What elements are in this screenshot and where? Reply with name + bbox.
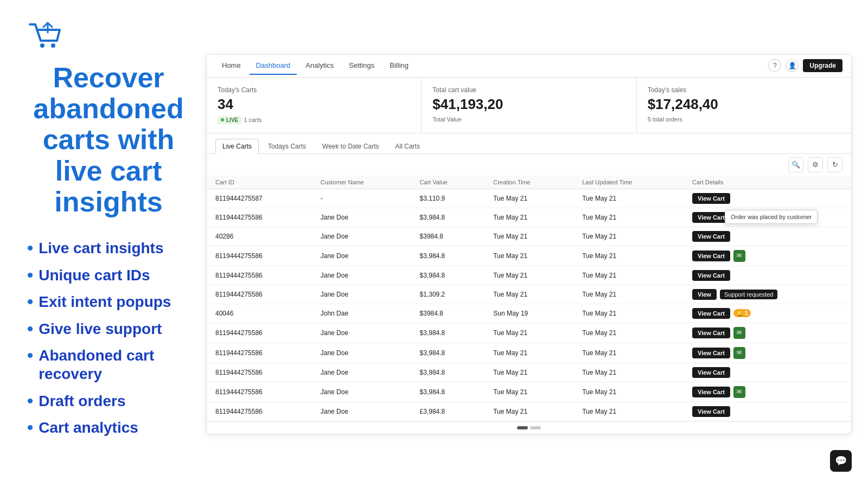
stat-value: 34 <box>218 96 410 113</box>
help-icon[interactable]: ? <box>768 59 781 72</box>
cart-details: View Cart <box>684 189 851 208</box>
cart-id: 40286 <box>207 227 312 246</box>
creation-time: Tue May 21 <box>484 363 573 382</box>
dashboard-container: HomeDashboardAnalyticsSettingsBilling ? … <box>206 54 852 434</box>
cart-id: 8119444275586 <box>207 382 312 402</box>
view-cart-button[interactable]: View Cart <box>692 348 730 358</box>
stat-label: Total cart value <box>432 86 625 94</box>
table-row: 40286 Jane Doe $3984.8 Tue May 21 Tue Ma… <box>207 227 851 246</box>
green-action-icon[interactable]: ✉ <box>733 347 745 359</box>
view-cart-button[interactable]: View <box>692 289 717 300</box>
green-action-icon[interactable]: ✉ <box>733 327 745 339</box>
last-updated-time: Tue May 21 <box>573 343 684 363</box>
creation-time: Tue May 21 <box>484 208 573 227</box>
cart-value: $3,984.8 <box>411 363 485 382</box>
creation-time: Tue May 21 <box>484 266 573 285</box>
creation-time: Tue May 21 <box>484 285 573 304</box>
table-row: 40046 John Dae $3984.8 Sun May 19 Tue Ma… <box>207 304 851 323</box>
view-cart-button[interactable]: View Cart <box>692 367 730 378</box>
cart-value: $3,984.8 <box>411 266 485 285</box>
last-updated-time: Tue May 21 <box>573 189 684 208</box>
data-table: Cart IDCustomer NameCart ValueCreation T… <box>207 176 851 421</box>
green-action-icon[interactable]: ✉ <box>733 386 745 398</box>
creation-time: Tue May 21 <box>484 402 573 421</box>
scroll-dots <box>517 426 541 429</box>
col-header-customer-name: Customer Name <box>312 176 411 189</box>
customer-name: Jane Doe <box>312 323 411 343</box>
dashboard-nav: HomeDashboardAnalyticsSettingsBilling ? … <box>207 55 851 78</box>
creation-time: Tue May 21 <box>484 382 573 402</box>
last-updated-time: Tue May 21 <box>573 363 684 382</box>
last-updated-time: Tue May 21 <box>573 208 684 227</box>
tab-week-to-date-carts[interactable]: Week to Date Carts <box>315 139 386 154</box>
cart-details-cell: View Cart ✉ <box>692 386 843 398</box>
cart-details-cell: View Cart <box>692 193 843 204</box>
col-header-cart-id: Cart ID <box>207 176 312 189</box>
nav-link-settings[interactable]: Settings <box>342 57 381 75</box>
hero-title: Recover abandoned carts with live cart i… <box>27 62 190 217</box>
customer-name: Jane Doe <box>312 246 411 266</box>
last-updated-time: Tue May 21 <box>573 304 684 323</box>
cart-id: 8119444275586 <box>207 323 312 343</box>
chat-bubble[interactable]: 💬 <box>830 450 852 472</box>
cart-details: View Cart <box>684 227 851 246</box>
tab-todays-carts[interactable]: Todays Carts <box>261 139 313 154</box>
cart-value: $3,984.8 <box>411 382 485 402</box>
col-header-creation-time: Creation Time <box>484 176 573 189</box>
nav-link-analytics[interactable]: Analytics <box>299 57 340 75</box>
view-cart-button[interactable]: View Cart <box>692 251 730 261</box>
cart-id: 8119444275586 <box>207 246 312 266</box>
creation-time: Tue May 21 <box>484 227 573 246</box>
cart-id: 8119444275586 <box>207 266 312 285</box>
table-toolbar: 🔍 ⚙ ↻ <box>207 154 851 176</box>
view-cart-button[interactable]: View Cart <box>692 406 730 417</box>
view-cart-button[interactable]: View Cart <box>692 387 730 397</box>
cart-value: $3,984.8 <box>411 343 485 363</box>
stat-value: $41,193,20 <box>432 96 625 113</box>
customer-name: Jane Doe <box>312 402 411 421</box>
col-header-last-updated-time: Last Updated Time <box>573 176 684 189</box>
stat-sub: Total Value <box>432 116 625 123</box>
view-cart-button[interactable]: View Cart <box>692 308 730 319</box>
stat-sub: LIVE 1 carts <box>218 116 410 124</box>
table-row: 8119444275586 Jane Doe $3,984.8 Tue May … <box>207 382 851 402</box>
cart-details-cell: View Cart ✉ <box>692 250 843 262</box>
cart-id: 8119444275587 <box>207 189 312 208</box>
nav-link-home[interactable]: Home <box>215 57 247 75</box>
search-icon[interactable]: 🔍 <box>788 157 803 172</box>
view-cart-button[interactable]: View Cart <box>692 193 730 204</box>
feature-list: Live cart insightsUnique cart IDsExit in… <box>27 239 190 446</box>
tab-all-carts[interactable]: All Carts <box>388 139 427 154</box>
nav-link-billing[interactable]: Billing <box>383 57 415 75</box>
cart-details-cell: View Cart <box>692 231 843 242</box>
cart-value: £3,984.8 <box>411 402 485 421</box>
refresh-icon[interactable]: ↻ <box>827 157 843 172</box>
feature-4: Give live support <box>27 320 190 338</box>
creation-time: Tue May 21 <box>484 189 573 208</box>
cart-id: 8119444275586 <box>207 285 312 304</box>
cart-details-cell: View Support requested <box>692 289 843 300</box>
stat-label: Today's Carts <box>218 86 410 94</box>
view-cart-button[interactable]: View Cart <box>692 270 730 281</box>
support-tooltip: Support requested <box>720 290 778 299</box>
cart-id: 40046 <box>207 304 312 323</box>
customer-name: Jane Doe <box>312 208 411 227</box>
todays-carts-card: Today's Carts 34 LIVE 1 carts <box>207 78 422 133</box>
tab-live-carts[interactable]: Live Carts <box>215 139 259 154</box>
customer-name: John Dae <box>312 304 411 323</box>
filter-icon[interactable]: ⚙ <box>808 157 823 172</box>
view-cart-button[interactable]: View Cart <box>692 231 730 242</box>
view-cart-button[interactable]: View Cart <box>692 328 730 338</box>
nav-link-dashboard[interactable]: Dashboard <box>250 57 297 75</box>
cart-details: View Cart <box>684 266 851 285</box>
cart-details: View Cart <box>684 402 851 421</box>
cart-details-cell: View Cart Order was placed by customer <box>692 212 843 223</box>
table-row: 8119444275586 Jane Doe $3,984.8 Tue May … <box>207 343 851 363</box>
cart-value: $3,984.8 <box>411 246 485 266</box>
feature-1: Live cart insights <box>27 239 190 258</box>
creation-time: Tue May 21 <box>484 323 573 343</box>
user-icon[interactable]: 👤 <box>786 59 799 72</box>
green-action-icon[interactable]: ✉ <box>733 250 745 262</box>
last-updated-time: Tue May 21 <box>573 382 684 402</box>
upgrade-button[interactable]: Upgrade <box>803 59 843 72</box>
